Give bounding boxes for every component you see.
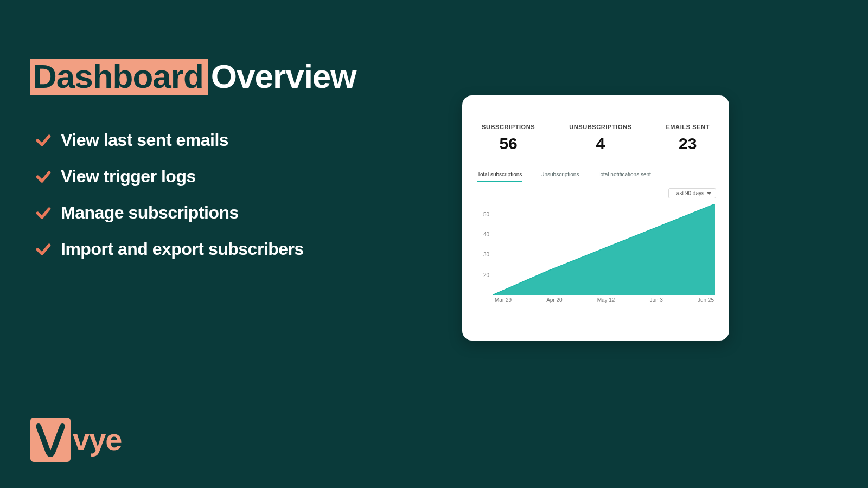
title-rest: Overview [211, 57, 356, 95]
y-tick: 40 [475, 232, 489, 237]
dashboard-card: SUBSCRIPTIONS 56 UNSUBSCRIPTIONS 4 EMAIL… [462, 95, 729, 341]
y-tick: 30 [475, 252, 489, 258]
check-icon [35, 168, 52, 185]
x-tick: May 12 [597, 297, 615, 307]
feature-list: View last sent emailsView trigger logsMa… [35, 130, 304, 259]
feature-label: Manage subscriptions [61, 203, 239, 223]
feature-item: View trigger logs [35, 166, 304, 187]
brand-logo-text: vye [73, 425, 122, 455]
stat-subscriptions: SUBSCRIPTIONS 56 [482, 124, 535, 153]
check-icon [35, 132, 52, 149]
feature-item: View last sent emails [35, 130, 304, 150]
brand-logo: vye [30, 418, 122, 462]
x-tick: Mar 29 [495, 297, 512, 307]
chart: 50403020 Mar 29Apr 20May 12Jun 3Jun 25 [475, 204, 716, 307]
brand-logo-mark [30, 418, 71, 462]
y-tick: 50 [475, 211, 489, 217]
stat-value: 23 [666, 134, 710, 153]
stat-unsubscriptions: UNSUBSCRIPTIONS 4 [569, 124, 631, 153]
check-icon [35, 241, 52, 258]
stats-row: SUBSCRIPTIONS 56 UNSUBSCRIPTIONS 4 EMAIL… [475, 124, 716, 153]
feature-label: View last sent emails [61, 130, 228, 150]
chart-tabs: Total subscriptions Unsubscriptions Tota… [475, 171, 716, 182]
chart-plot [493, 204, 715, 295]
range-row: Last 90 days [475, 188, 716, 198]
feature-item: Manage subscriptions [35, 203, 304, 223]
stat-value: 4 [569, 134, 631, 153]
x-tick: Jun 25 [698, 297, 714, 307]
chart-y-axis: 50403020 [475, 204, 489, 295]
date-range-button[interactable]: Last 90 days [668, 188, 716, 198]
tab-total-notifications-sent[interactable]: Total notifications sent [597, 171, 650, 182]
stat-label: UNSUBSCRIPTIONS [569, 124, 631, 130]
page-title: DashboardOverview [30, 57, 356, 95]
feature-label: Import and export subscribers [61, 239, 304, 259]
feature-item: Import and export subscribers [35, 239, 304, 259]
check-icon [35, 204, 52, 222]
stat-emails-sent: EMAILS SENT 23 [666, 124, 710, 153]
stat-label: SUBSCRIPTIONS [482, 124, 535, 130]
feature-label: View trigger logs [61, 166, 196, 187]
v-letter-icon [36, 423, 65, 457]
title-highlight: Dashboard [30, 59, 208, 95]
date-range-label: Last 90 days [673, 190, 704, 196]
chart-x-axis: Mar 29Apr 20May 12Jun 3Jun 25 [493, 297, 716, 307]
tab-unsubscriptions[interactable]: Unsubscriptions [540, 171, 579, 182]
stat-value: 56 [482, 134, 535, 153]
stat-label: EMAILS SENT [666, 124, 710, 130]
slide: DashboardOverview View last sent emailsV… [0, 0, 868, 488]
x-tick: Apr 20 [546, 297, 562, 307]
x-tick: Jun 3 [649, 297, 662, 307]
area-chart-svg [493, 204, 715, 295]
chevron-down-icon [707, 192, 711, 195]
tab-total-subscriptions[interactable]: Total subscriptions [477, 171, 522, 182]
y-tick: 20 [475, 272, 489, 278]
